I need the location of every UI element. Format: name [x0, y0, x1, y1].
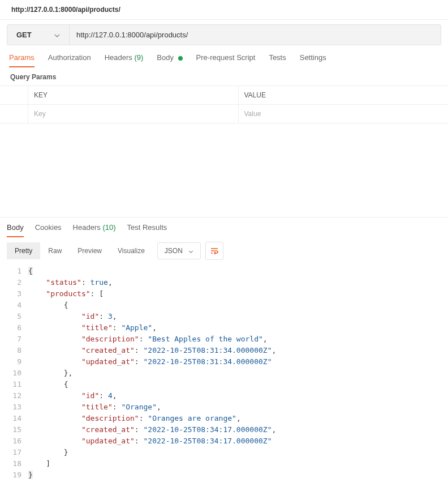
http-method-select[interactable]: GET — [7, 25, 70, 45]
resp-tab-test-results[interactable]: Test Results — [127, 223, 167, 237]
params-key-input[interactable]: Key — [28, 105, 239, 123]
tab-tests[interactable]: Tests — [269, 53, 286, 67]
resp-tab-headers-label: Headers — [73, 223, 101, 232]
params-table: KEY VALUE Key Value — [0, 86, 448, 123]
tab-headers-count: (9) — [134, 53, 143, 62]
chevron-down-icon — [54, 31, 60, 39]
view-preview-button[interactable]: Preview — [70, 242, 110, 259]
response-tabs: Body Cookies Headers (10) Test Results — [0, 217, 448, 237]
chevron-down-icon — [188, 248, 193, 254]
content-type-select[interactable]: JSON — [157, 242, 201, 259]
response-body-viewer[interactable]: 1{2 "status": true,3 "products": [4 {5 "… — [0, 264, 448, 487]
http-method-value: GET — [16, 31, 32, 39]
params-row-checkbox[interactable] — [0, 105, 28, 123]
tab-pre-request[interactable]: Pre-request Script — [196, 53, 256, 67]
request-tabs: Params Authorization Headers (9) Body Pr… — [0, 45, 448, 67]
params-key-header: KEY — [28, 86, 239, 105]
params-value-input[interactable]: Value — [239, 105, 449, 123]
tab-authorization[interactable]: Authorization — [48, 53, 91, 67]
query-params-label: Query Params — [0, 67, 448, 86]
view-raw-button[interactable]: Raw — [40, 242, 70, 259]
wrap-lines-button[interactable] — [205, 242, 223, 260]
view-pretty-button[interactable]: Pretty — [7, 242, 40, 259]
response-toolbar: Pretty Raw Preview Visualize JSON — [0, 237, 448, 264]
resp-tab-cookies[interactable]: Cookies — [35, 223, 62, 237]
params-empty-row: Key Value — [0, 105, 448, 123]
tab-headers-label: Headers — [105, 53, 132, 62]
content-type-value: JSON — [165, 247, 183, 255]
resp-tab-body[interactable]: Body — [7, 223, 24, 237]
tab-settings[interactable]: Settings — [300, 53, 326, 67]
request-url-input[interactable]: http://127.0.0.1:8000/api/products/ — [70, 25, 441, 45]
tab-params[interactable]: Params — [9, 53, 35, 67]
params-checkbox-header — [0, 86, 28, 105]
request-tab-title[interactable]: http://127.0.0.1:8000/api/products/ — [0, 0, 448, 20]
view-visualize-button[interactable]: Visualize — [110, 242, 153, 259]
wrap-icon — [210, 247, 219, 255]
resp-tab-headers-count: (10) — [102, 223, 115, 232]
params-header-row: KEY VALUE — [0, 86, 448, 105]
params-value-header: VALUE — [239, 86, 449, 105]
request-bar: GET http://127.0.0.1:8000/api/products/ — [7, 24, 441, 45]
resp-tab-headers[interactable]: Headers (10) — [73, 223, 116, 237]
view-mode-group: Pretty Raw Preview Visualize — [7, 242, 153, 259]
tab-headers[interactable]: Headers (9) — [105, 53, 144, 67]
green-dot-icon — [178, 56, 183, 61]
tab-body[interactable]: Body — [157, 53, 182, 67]
tab-body-label: Body — [157, 53, 174, 62]
